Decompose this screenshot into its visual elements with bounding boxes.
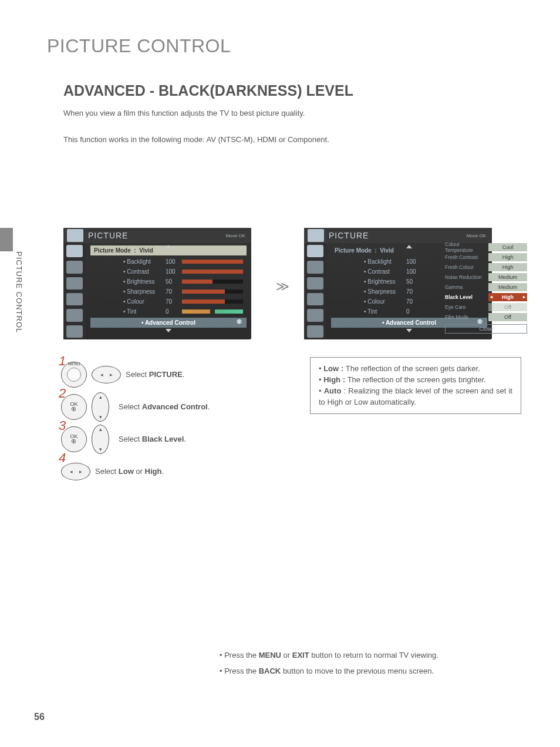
step-text: Select Black Level. [119, 435, 186, 443]
sep: : [341, 386, 348, 395]
setting-value: 0 [406, 308, 423, 315]
slider-bar [182, 290, 243, 294]
setting-value: 100 [166, 268, 182, 275]
footer-key: MENU [259, 651, 281, 659]
footer-text: • Press the [220, 667, 259, 675]
setting-label: • Brightness [364, 278, 406, 285]
menu-button-icon: MENU [61, 362, 87, 388]
step-2: 2 OK⦿ Select Advanced Control. [61, 391, 210, 423]
high-text: The reflection of the screen gets bright… [348, 375, 486, 384]
sidebar-icon [307, 245, 323, 257]
osd-title: PICTURE [88, 231, 128, 240]
footer-text: or [281, 651, 292, 659]
osd-menu-left: PICTURE Move OK Picture Mode : Vivid • B… [63, 228, 251, 339]
picture-mode-value: Vivid [380, 247, 394, 254]
osd-sidebar [304, 243, 326, 339]
sep: : [339, 364, 346, 373]
nav-up-down-icon [92, 392, 109, 422]
sidebar-icon [66, 245, 83, 257]
step-3: 3 OK⦿ Select Black Level. [61, 423, 210, 455]
sidebar-icon [66, 293, 83, 305]
sidebar-icon [66, 261, 83, 273]
popup-value: High [488, 253, 527, 261]
auto-label: Auto [324, 386, 342, 395]
setting-value: 70 [166, 298, 182, 305]
page-number: 56 [34, 712, 45, 722]
footer-text: • Press the [220, 651, 259, 659]
steps: 1 MENU Select PICTURE. 2 OK⦿ Select Adva… [61, 358, 210, 487]
footer-text: button to move to the previous menu scre… [281, 667, 434, 675]
setting-label: • Tint [123, 308, 166, 315]
ok-label: OK [70, 401, 77, 407]
explanation-box: • Low : The reflection of the screen get… [310, 357, 521, 414]
footer-key: BACK [259, 667, 281, 675]
slider-bar [182, 270, 243, 274]
setting-value: 100 [166, 258, 182, 265]
low-label: Low [323, 364, 339, 373]
intro-line-1: When you view a film this function adjus… [63, 109, 305, 117]
setting-label: • Backlight [364, 258, 406, 265]
popup-label: Gamma [445, 284, 487, 290]
popup-label: Film Mode [445, 314, 487, 320]
setting-value: 50 [406, 278, 423, 285]
step-text: Select Advanced Control. [119, 402, 210, 411]
sidebar-icon [307, 309, 323, 321]
popup-label: Noise Reduction [445, 274, 487, 280]
chevron-up-icon [166, 245, 171, 248]
setting-value: 0 [166, 308, 182, 315]
picture-mode-label: Picture Mode [335, 247, 372, 254]
setting-label: • Backlight [123, 258, 166, 265]
setting-value: 70 [166, 288, 182, 295]
osd-title: PICTURE [329, 231, 369, 240]
picture-icon [308, 229, 324, 242]
setting-value: 100 [406, 268, 423, 275]
setting-value: 70 [406, 298, 423, 305]
sidebar-icon [66, 325, 83, 338]
step-text: Select Low or High. [95, 467, 164, 476]
sidebar-icon [66, 309, 83, 321]
setting-value: 70 [406, 288, 423, 295]
sidebar-icon [307, 277, 323, 290]
footer-notes: • Press the MENU or EXIT button to retur… [220, 651, 525, 682]
popup-value-selected: High [488, 293, 527, 301]
setting-value: 100 [406, 258, 423, 265]
sidebar-icon [307, 325, 323, 338]
sep: : [340, 375, 348, 384]
popup-label: Eye Care [445, 304, 487, 310]
sidebar-icon [307, 261, 323, 273]
step-4: 4 Select Low or High. [61, 455, 210, 487]
step-1: 1 MENU Select PICTURE. [61, 358, 210, 391]
high-label: High [323, 375, 340, 384]
auto-text: Realizing the black level of the screen … [319, 386, 512, 406]
slider-bar [182, 260, 243, 264]
advanced-popup: Colour TemperatureCool Fresh ContrastHig… [445, 242, 527, 334]
step-number: 4 [59, 450, 66, 466]
setting-label: • Contrast [364, 268, 406, 275]
section-title: ADVANCED - BLACK(DARKNESS) LEVEL [63, 82, 353, 99]
nav-left-right-icon [92, 366, 121, 383]
slider-bar [182, 280, 243, 284]
setting-label: • Colour [364, 298, 406, 305]
side-tab [0, 228, 13, 251]
step-text: Select PICTURE. [126, 370, 184, 379]
osd-hint: Move OK [467, 233, 486, 238]
sidebar-icon [66, 277, 83, 290]
setting-value: 50 [166, 278, 182, 285]
sidebar-icon [307, 293, 323, 305]
popup-label-selected: Black Level [445, 294, 487, 300]
osd-header: PICTURE Move OK [63, 228, 251, 243]
popup-label: Fresh Colour [445, 264, 487, 270]
chevron-down-icon [166, 329, 171, 332]
picture-mode-label: Picture Mode [94, 247, 131, 254]
setting-label: • Contrast [123, 268, 166, 275]
nav-left-right-icon [61, 463, 90, 480]
setting-label: • Sharpness [123, 288, 166, 295]
setting-label: • Tint [364, 308, 406, 315]
osd-hint: Move OK [226, 233, 245, 238]
popup-value: Off [488, 313, 527, 321]
setting-label: • Sharpness [364, 288, 406, 295]
popup-value: Cool [488, 243, 527, 251]
setting-label: • Colour [123, 298, 166, 305]
intro-line-2: This function works in the following mod… [63, 135, 329, 144]
picture-icon [67, 229, 83, 242]
